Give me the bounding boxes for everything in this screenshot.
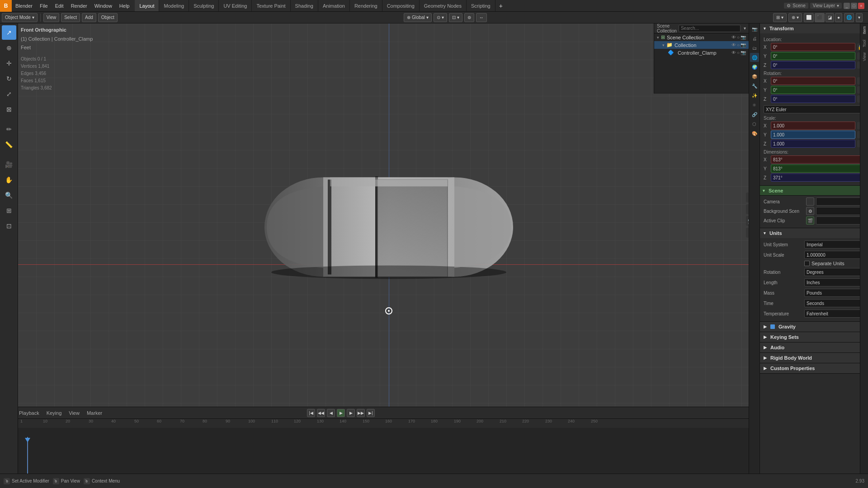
view-menu[interactable]: View <box>43 13 60 22</box>
rigid-body-header[interactable]: ▶ Rigid Body World <box>760 353 868 363</box>
prev-keyframe-btn[interactable]: ◀ <box>327 409 335 417</box>
measure-tool[interactable]: 📏 <box>2 137 16 152</box>
tab-modeling[interactable]: Modeling <box>159 0 189 11</box>
active-clip-icon[interactable]: 🎬 <box>806 216 814 225</box>
menu-render[interactable]: Render <box>67 0 91 11</box>
object-props-btn[interactable]: 📦 <box>750 72 759 81</box>
scene-selector[interactable]: ⚙ Scene <box>784 3 808 9</box>
custom-props-header[interactable]: ▶ Custom Properties <box>760 363 868 373</box>
select-icon-1[interactable]: ○ <box>737 35 740 40</box>
mass-dropdown[interactable]: Pounds ▾ <box>804 289 864 297</box>
location-z-input[interactable]: 0° <box>771 61 855 69</box>
outliner-collection[interactable]: ▾ 📁 Collection 👁 ○ 📷 <box>654 41 749 49</box>
timeline-marker-menu[interactable]: Marker <box>85 410 104 416</box>
camera-field[interactable] <box>816 197 864 206</box>
scale-tool[interactable]: ⤢ <box>2 87 16 101</box>
separate-units-checkbox[interactable] <box>804 261 810 266</box>
tab-shading[interactable]: Shading <box>291 0 318 11</box>
outliner-scene-collection[interactable]: ▾ ⊞ Scene Collection 👁 ○ 📷 <box>654 33 749 41</box>
select-icon-2[interactable]: ○ <box>737 42 740 47</box>
zoom-nav[interactable]: 🔍 <box>2 188 16 202</box>
active-clip-field[interactable] <box>816 216 864 225</box>
outliner-filter-btn[interactable]: ▾ <box>741 25 749 32</box>
timeline-content[interactable] <box>0 428 868 474</box>
rotation-mode-dropdown[interactable]: XYZ Euler ▾ <box>764 105 864 113</box>
render-btn[interactable]: ● <box>835 13 842 22</box>
render-icon-2[interactable]: 📷 <box>741 42 746 47</box>
overlay-btn[interactable]: ⊞ ▾ <box>773 13 787 22</box>
dim-x-input[interactable]: 813° <box>771 155 864 164</box>
select-menu[interactable]: Select <box>61 13 80 22</box>
annotate-tool[interactable]: ✏ <box>2 122 16 136</box>
outliner-search-input[interactable] <box>679 25 741 32</box>
world-props-btn[interactable]: 🌍 <box>750 62 759 71</box>
scene-props-btn[interactable]: 🌐 <box>750 53 759 62</box>
grid-nav[interactable]: ⊞ <box>2 203 16 218</box>
bg-scene-icon[interactable]: ⚙ <box>806 207 814 215</box>
eye-icon-2[interactable]: 👁 <box>731 42 736 47</box>
camera-swatch[interactable] <box>806 197 814 206</box>
view-label-sidebar[interactable]: View <box>861 50 868 64</box>
tab-animation[interactable]: Animation <box>318 0 350 11</box>
close-btn[interactable]: × <box>858 3 864 9</box>
tab-compositing[interactable]: Compositing <box>382 0 420 11</box>
particles-props-btn[interactable]: ✨ <box>750 91 759 100</box>
render-props-btn[interactable]: 📷 <box>750 24 759 33</box>
transform-tool[interactable]: ⊠ <box>2 102 16 117</box>
tab-layout[interactable]: Layout <box>135 0 159 11</box>
tab-texture-paint[interactable]: Texture Paint <box>252 0 290 11</box>
tab-scripting[interactable]: Scripting <box>467 0 495 11</box>
constraints-props-btn[interactable]: 🔗 <box>750 110 759 119</box>
viewport-3d[interactable]: Front Orthographic (1) Collection | Cont… <box>18 23 760 407</box>
outliner-controller-clamp[interactable]: 🔷 Controller_Clamp 👁 ○ 📷 <box>654 49 749 56</box>
material-btn[interactable]: ◪ <box>826 13 834 22</box>
physics-props-btn[interactable]: ⚛ <box>750 100 759 109</box>
menu-blender[interactable]: Blender <box>12 0 36 11</box>
gravity-header[interactable]: ▶ Gravity <box>760 322 868 332</box>
material-props-btn[interactable]: 🎨 <box>750 129 759 138</box>
tab-uv-editing[interactable]: UV Editing <box>219 0 252 11</box>
object-mode-dropdown[interactable]: Object Mode ▾ <box>2 13 38 22</box>
menu-help[interactable]: Help <box>116 0 133 11</box>
add-workspace-btn[interactable]: + <box>495 0 506 11</box>
render-icon-3[interactable]: 📷 <box>741 50 746 55</box>
scale-y-input[interactable]: 1.000 <box>771 131 855 139</box>
tab-sculpting[interactable]: Sculpting <box>189 0 219 11</box>
output-props-btn[interactable]: 🖨 <box>750 34 759 43</box>
snap-dropdown[interactable]: ⊡ ▾ <box>449 13 462 22</box>
menu-edit[interactable]: Edit <box>52 0 67 11</box>
proportional-edit-btn[interactable]: ⊚ <box>464 13 474 22</box>
view-layer-props-btn[interactable]: 🗂 <box>750 43 759 52</box>
scene-world-btn[interactable]: 🌐 <box>844 13 854 22</box>
tool-label[interactable]: Tool <box>861 37 868 50</box>
solid-btn[interactable]: ⬛ <box>815 13 825 22</box>
object-data-props-btn[interactable]: ⬡ <box>750 119 759 128</box>
view-layer-selector[interactable]: View Layer ▾ <box>810 3 842 9</box>
timeline-playhead[interactable] <box>27 437 28 474</box>
select-tool[interactable]: ↗ <box>2 25 16 40</box>
jump-start-btn[interactable]: |◀ <box>307 409 315 417</box>
location-y-input[interactable]: 0° <box>771 52 855 60</box>
dim-z-input[interactable]: 371° <box>771 174 864 182</box>
audio-header[interactable]: ▶ Audio <box>760 343 868 352</box>
location-x-input[interactable]: 0° <box>771 43 855 51</box>
temperature-dropdown[interactable]: Fahrenheit ▾ <box>804 310 864 318</box>
rotate-tool[interactable]: ↻ <box>2 71 16 86</box>
rotation-z-input[interactable]: 0° <box>771 95 855 103</box>
eye-icon-3[interactable]: 👁 <box>731 50 736 55</box>
object-tool-extra[interactable]: ⊡ <box>2 219 16 233</box>
unit-scale-input[interactable]: 1.000000 <box>804 251 864 259</box>
menu-file[interactable]: File <box>36 0 52 11</box>
timeline-track[interactable]: 1 10 20 30 40 50 60 70 80 90 100 110 120… <box>0 419 868 474</box>
next-keyframe-btn[interactable]: ▶ <box>347 409 355 417</box>
tab-geometry-nodes[interactable]: Geometry Nodes <box>420 0 467 11</box>
timeline-view-menu[interactable]: View <box>67 410 81 416</box>
move-tool[interactable]: ✛ <box>2 56 16 70</box>
tab-rendering[interactable]: Rendering <box>350 0 382 11</box>
bg-scene-field[interactable] <box>816 207 864 215</box>
units-header[interactable]: ▾ Units <box>760 228 868 238</box>
menu-window[interactable]: Window <box>91 0 116 11</box>
keying-sets-header[interactable]: ▶ Keying Sets <box>760 332 868 342</box>
scene-panel-header[interactable]: ▾ Scene <box>760 186 868 196</box>
play-btn[interactable]: ▶ <box>337 409 345 417</box>
